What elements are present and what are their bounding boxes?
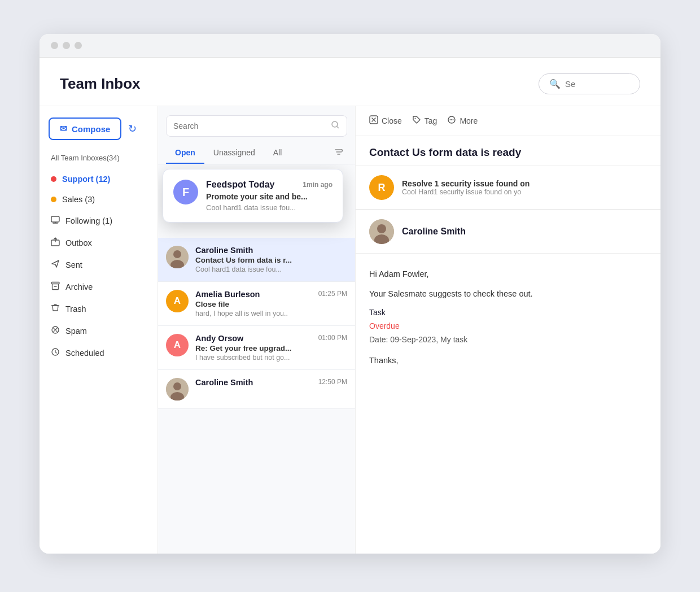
- detail-sender-avatar: [369, 219, 394, 244]
- sidebar-item-following[interactable]: Following (1): [40, 210, 158, 232]
- detail-security-preview: Cool Hard1 security issue found on yo: [402, 188, 530, 196]
- svg-rect-0: [51, 216, 59, 222]
- body-thanks: Thanks,: [369, 354, 647, 368]
- svg-point-9: [173, 250, 181, 258]
- task-section: Task Overdue Date: 09-Sep-2023, My task: [369, 306, 647, 346]
- sidebar-item-label: Archive: [65, 282, 93, 291]
- task-overdue: Overdue: [369, 320, 647, 333]
- email-sender: Amelia Burleson 01:25 PM: [195, 290, 347, 299]
- spam-icon: [51, 325, 60, 336]
- popup-time: 1min ago: [303, 181, 333, 189]
- sidebar-item-outbox[interactable]: Outbox: [40, 232, 158, 254]
- email-item[interactable]: Caroline Smith 12:50 PM: [158, 370, 355, 409]
- task-date: Date: 09-Sep-2023, My task: [369, 333, 647, 347]
- svg-point-18: [451, 119, 452, 120]
- detail-pane: Close Tag: [356, 106, 660, 554]
- tag-action[interactable]: Tag: [412, 115, 438, 127]
- tab-all[interactable]: All: [264, 142, 291, 164]
- sidebar-item-spam[interactable]: Spam: [40, 320, 158, 342]
- sidebar-item-trash[interactable]: Trash: [40, 298, 158, 320]
- close-action[interactable]: Close: [369, 115, 402, 127]
- header-search-box[interactable]: 🔍: [539, 73, 640, 94]
- sidebar-item-label: Scheduled: [65, 349, 104, 358]
- email-item[interactable]: A Amelia Burleson 01:25 PM Close file ha…: [158, 282, 355, 326]
- sidebar-item-label: Following (1): [65, 216, 112, 225]
- all-inboxes-label: All Team Inboxes(34): [40, 154, 158, 169]
- support-dot-icon: [51, 176, 56, 182]
- sidebar-item-archive[interactable]: Archive: [40, 276, 158, 298]
- list-search-input[interactable]: [173, 121, 326, 130]
- detail-toolbar: Close Tag: [356, 106, 660, 136]
- detail-security-text: Resolve 1 security issue found on: [402, 179, 530, 188]
- sidebar-item-label: Trash: [65, 304, 86, 314]
- list-tabs: Open Unassigned All: [158, 142, 355, 164]
- popup-sender: Feedspot Today 1min ago: [206, 180, 333, 190]
- browser-dot-yellow: [63, 42, 70, 49]
- detail-sender-row: Caroline Smith: [356, 210, 660, 254]
- email-item[interactable]: A Andy Orsow 01:00 PM Re: Get your free …: [158, 326, 355, 370]
- header-search-input[interactable]: [565, 79, 627, 89]
- popup-preview: Cool hard1 data issue fou...: [206, 203, 333, 212]
- browser-dot-red: [51, 42, 58, 49]
- sidebar-item-label: Outbox: [65, 238, 92, 247]
- sidebar-item-label: Spam: [65, 327, 87, 336]
- archive-icon: [51, 281, 60, 292]
- avatar: [166, 246, 189, 268]
- email-items: F Feedspot Today 1min ago Promote your s…: [158, 164, 355, 554]
- app-header: Team Inbox 🔍: [40, 58, 660, 106]
- detail-body: Hi Adam Fowler, Your Salesmate suggests …: [356, 254, 660, 386]
- email-meta: Caroline Smith Contact Us form data is r…: [195, 246, 347, 273]
- page-title: Team Inbox: [60, 75, 141, 93]
- email-sender: Andy Orsow 01:00 PM: [195, 334, 347, 343]
- email-list-pane: Open Unassigned All F: [158, 106, 356, 554]
- email-subject: Contact Us form data is r...: [195, 256, 347, 264]
- email-item[interactable]: Caroline Smith Contact Us form data is r…: [158, 238, 355, 282]
- list-search-box[interactable]: [166, 115, 347, 137]
- email-meta: Caroline Smith 12:50 PM: [195, 378, 347, 387]
- compose-icon: ✉: [60, 124, 67, 134]
- sidebar-item-label: Sales (3): [62, 195, 95, 204]
- more-icon: [447, 115, 456, 127]
- email-meta: Andy Orsow 01:00 PM Re: Get your free up…: [195, 334, 347, 362]
- avatar: A: [166, 334, 189, 356]
- email-time: 01:00 PM: [318, 334, 347, 343]
- sort-icon[interactable]: [330, 142, 347, 164]
- email-subject: Re: Get your free upgrad...: [195, 344, 347, 352]
- svg-point-21: [377, 224, 386, 233]
- compose-button[interactable]: ✉ Compose: [49, 117, 121, 140]
- svg-point-15: [414, 118, 415, 119]
- popup-subject: Promote your site and be...: [206, 192, 333, 201]
- tag-icon: [412, 115, 421, 127]
- more-action[interactable]: More: [447, 115, 478, 127]
- sidebar-item-sales[interactable]: Sales (3): [40, 189, 158, 210]
- more-label: More: [460, 116, 478, 125]
- popup-avatar: F: [173, 180, 198, 204]
- tab-open[interactable]: Open: [166, 142, 204, 164]
- following-icon: [51, 215, 60, 226]
- detail-security-avatar: R: [369, 175, 394, 200]
- email-meta: Amelia Burleson 01:25 PM Close file hard…: [195, 290, 347, 317]
- compose-label: Compose: [72, 124, 110, 134]
- email-popup[interactable]: F Feedspot Today 1min ago Promote your s…: [163, 169, 343, 223]
- list-topbar: [158, 106, 355, 142]
- trash-icon: [51, 303, 60, 314]
- email-subject: Close file: [195, 300, 347, 308]
- email-preview: hard, I hope all is well in you..: [195, 310, 320, 317]
- task-label: Task: [369, 306, 647, 320]
- browser-titlebar: [40, 34, 660, 58]
- detail-subject: Contact Us form data is ready: [356, 136, 660, 166]
- sidebar: ✉ Compose ↻ All Team Inboxes(34) Support…: [40, 106, 158, 554]
- body-greeting: Hi Adam Fowler,: [369, 267, 647, 281]
- email-time: 12:50 PM: [318, 378, 347, 387]
- sidebar-item-sent[interactable]: Sent: [40, 254, 158, 276]
- email-sender: Caroline Smith: [195, 246, 347, 255]
- avatar: [166, 378, 189, 401]
- email-preview: I have subscribed but not go...: [195, 354, 320, 362]
- tab-unassigned[interactable]: Unassigned: [204, 142, 264, 164]
- sidebar-item-scheduled[interactable]: Scheduled: [40, 342, 158, 364]
- svg-point-19: [453, 119, 454, 120]
- sidebar-item-support[interactable]: Support (12): [40, 169, 158, 189]
- browser-dot-green: [75, 42, 82, 49]
- sidebar-item-label: Support (12): [62, 175, 110, 184]
- refresh-button[interactable]: ↻: [128, 123, 137, 135]
